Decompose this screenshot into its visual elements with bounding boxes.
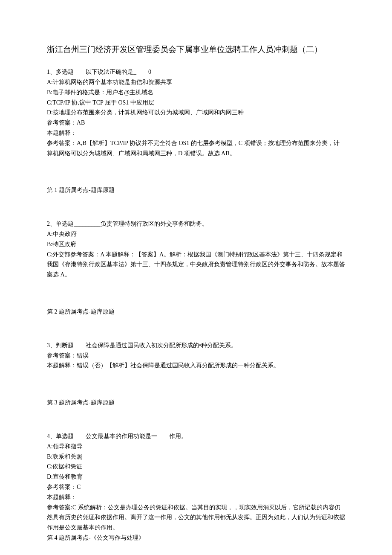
q4-explanation: 参考答案:C 系统解析：公文是办理公务的凭证和依据。当其目的实现，，现实效用消灭… xyxy=(47,503,345,533)
q3-explanation: 本题解释：错误（否）【解析】社会保障是通过国民收入再分配所形成的一种分配关系。 xyxy=(47,360,345,371)
q4-option-c: C:依据和凭证 xyxy=(47,462,345,472)
q1-prompt: 1、多选题 以下说法正确的是_ 0 xyxy=(47,67,345,77)
q4-option-d: D:宣传和教育 xyxy=(47,472,345,482)
q1-explanation-label: 本题解释： xyxy=(47,128,345,138)
q2-option-b: B:特区政府 xyxy=(47,239,345,250)
question-3: 3、判断题 社会保障是通过国民收入初次分配所形成的•种分配关系。 参考答案：错误… xyxy=(47,340,345,371)
q3-topic: 第 3 题所属考点-题库原题 xyxy=(47,398,345,408)
q2-option-c: C:外交部参考答案：A 本题解释：【答案】A。解析：根据我国《澳门特别行政区基本… xyxy=(47,250,345,280)
q4-prompt: 4、单选题 公文最基本的作用功能是一 作用。 xyxy=(47,431,345,442)
q3-prompt: 3、判断题 社会保障是通过国民收入初次分配所形成的•种分配关系。 xyxy=(47,340,345,351)
q3-reference-answer: 参考答案：错误 xyxy=(47,351,345,361)
q1-option-a: A:计算机网络的两个基本功能是曲信和资源共享 xyxy=(47,77,345,87)
question-2: 2、单选题_________负责管理特别行政区的外交事务和防务。 A:中央政府 … xyxy=(47,219,345,280)
q1-option-c: C:TCP/IP 协,议中 TCP 屈于 OS1 中应用层 xyxy=(47,98,345,108)
q1-option-d: D:按地理分布范围来分类，计算机网络可以分为城域网、广域网和内网三种 xyxy=(47,108,345,118)
question-4: 4、单选题 公文最基本的作用功能是一 作用。 A:领导和指导 B:联系和关照 C… xyxy=(47,431,345,543)
q1-reference-answer: 参考答案：AB xyxy=(47,118,345,128)
q4-option-a: A:领导和指导 xyxy=(47,442,345,452)
question-1: 1、多选题 以下说法正确的是_ 0 A:计算机网络的两个基本功能是曲信和资源共享… xyxy=(47,67,345,158)
q4-topic: 第 4 题所属考点-《公文写作与处理》 xyxy=(47,533,345,543)
q4-reference-answer: 参考答案：C xyxy=(47,482,345,492)
q4-explanation-label: 本题解释： xyxy=(47,492,345,503)
q2-topic: 第 2 题所属考点-题库原题 xyxy=(47,307,345,317)
q2-prompt: 2、单选题_________负责管理特别行政区的外交事务和防务。 xyxy=(47,219,345,229)
q2-option-a: A:中央政府 xyxy=(47,229,345,239)
q4-option-b: B:联系和关照 xyxy=(47,452,345,462)
page-title: 浙江台州三门经济开发区管理委员会下属事业单位选聘工作人员冲刺题（二） xyxy=(47,43,345,56)
q1-explanation: 参考答案：A,B【解析】TCP/IP 协议并不完全符合 OS1 的七层参考模型，… xyxy=(47,138,345,159)
q1-option-b: B:电子邮件的格式是：用户名@主机域名 xyxy=(47,87,345,98)
q1-topic: 第 1 题所属考点-题库原题 xyxy=(47,185,345,195)
